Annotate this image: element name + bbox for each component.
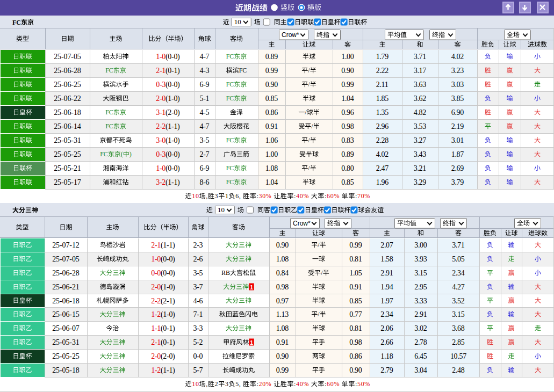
svg-text:(1-1): (1-1) bbox=[166, 178, 180, 187]
svg-text:2-2: 2-2 bbox=[151, 297, 161, 305]
svg-text:0.84: 0.84 bbox=[276, 269, 289, 277]
svg-text:FC: FC bbox=[226, 136, 234, 144]
svg-text:2.11: 2.11 bbox=[376, 81, 388, 89]
svg-text:0.81: 0.81 bbox=[349, 255, 362, 263]
svg-text:2.96: 2.96 bbox=[376, 122, 389, 130]
svg-text:10: 10 bbox=[192, 380, 199, 388]
svg-text:1.00: 1.00 bbox=[265, 150, 278, 158]
svg-text:2-6: 2-6 bbox=[193, 255, 203, 263]
svg-text:(0-0): (0-0) bbox=[161, 255, 175, 264]
svg-text:0.96: 0.96 bbox=[341, 108, 354, 117]
svg-text:2.95: 2.95 bbox=[414, 283, 427, 291]
svg-text:25-05-25: 25-05-25 bbox=[52, 352, 80, 360]
svg-text:8-6: 8-6 bbox=[200, 178, 210, 186]
svg-text:1.08: 1.08 bbox=[276, 255, 289, 263]
svg-text:3.52: 3.52 bbox=[452, 297, 465, 305]
svg-text:25-05-18: 25-05-18 bbox=[52, 366, 80, 374]
svg-text:0.90: 0.90 bbox=[349, 366, 362, 374]
svg-text:4.82: 4.82 bbox=[414, 108, 427, 117]
svg-text:Crow*: Crow* bbox=[282, 31, 299, 39]
svg-text:0.77: 0.77 bbox=[349, 310, 362, 318]
svg-text:FC: FC bbox=[105, 122, 113, 130]
svg-text:3.00: 3.00 bbox=[414, 241, 427, 249]
svg-text:3.21: 3.21 bbox=[414, 164, 427, 172]
svg-text:0.99: 0.99 bbox=[349, 241, 362, 249]
svg-text:0.89: 0.89 bbox=[341, 150, 354, 158]
svg-text:25-06-14: 25-06-14 bbox=[54, 122, 81, 130]
svg-text:1.08: 1.08 bbox=[265, 164, 278, 172]
svg-text:10: 10 bbox=[218, 206, 225, 214]
svg-text:4-5: 4-5 bbox=[200, 108, 210, 117]
svg-text:1.94: 1.94 bbox=[380, 283, 393, 291]
svg-text:FC: FC bbox=[226, 95, 234, 102]
svg-text:(2-1): (2-1) bbox=[161, 297, 175, 306]
svg-text:RB: RB bbox=[221, 269, 230, 277]
svg-text:0-0: 0-0 bbox=[193, 352, 203, 360]
svg-text:4-7: 4-7 bbox=[200, 53, 210, 61]
svg-text:25-06-18: 25-06-18 bbox=[52, 297, 80, 305]
svg-text:(0-1): (0-1) bbox=[161, 338, 175, 347]
svg-text:4.27: 4.27 bbox=[452, 283, 465, 291]
svg-text:25-06-28: 25-06-28 bbox=[52, 269, 80, 277]
svg-text:0.90: 0.90 bbox=[276, 241, 289, 249]
svg-text:3.03: 3.03 bbox=[451, 81, 464, 89]
svg-text:3.15: 3.15 bbox=[414, 269, 427, 277]
svg-text:6-9: 6-9 bbox=[200, 164, 210, 172]
svg-text:2.91: 2.91 bbox=[414, 310, 427, 318]
svg-text:(1-1): (1-1) bbox=[161, 366, 175, 375]
svg-text:(1-0): (1-0) bbox=[166, 95, 180, 103]
svg-text:3.71: 3.71 bbox=[452, 241, 465, 249]
svg-text:5.05: 5.05 bbox=[452, 255, 465, 263]
svg-text:70%: 70% bbox=[357, 192, 370, 200]
svg-text:0.86: 0.86 bbox=[265, 108, 278, 117]
svg-text:(2-0): (2-0) bbox=[166, 108, 180, 117]
svg-text:(2-0): (2-0) bbox=[161, 352, 175, 361]
svg-text:3.63: 3.63 bbox=[414, 81, 427, 89]
svg-text:(0-1): (0-1) bbox=[166, 67, 180, 75]
svg-text:2-7: 2-7 bbox=[200, 150, 210, 158]
svg-text:FC: FC bbox=[100, 150, 108, 158]
svg-text:FC: FC bbox=[226, 81, 234, 88]
svg-text:3-2: 3-2 bbox=[156, 178, 166, 186]
svg-text:(1-1): (1-1) bbox=[161, 241, 175, 250]
svg-text:(1-0): (1-0) bbox=[166, 136, 180, 145]
svg-text:(0-0): (0-0) bbox=[166, 81, 180, 89]
svg-text:(: ( bbox=[121, 150, 123, 158]
svg-text:25-06-25: 25-06-25 bbox=[54, 81, 81, 89]
svg-text:2.34: 2.34 bbox=[380, 310, 393, 318]
svg-text:2-0: 2-0 bbox=[151, 352, 161, 360]
svg-text:3.27: 3.27 bbox=[414, 136, 427, 144]
svg-text:1.04: 1.04 bbox=[265, 178, 278, 186]
svg-text:2-1: 2-1 bbox=[151, 338, 161, 346]
svg-text:1.58: 1.58 bbox=[380, 255, 393, 263]
svg-text:3.43: 3.43 bbox=[414, 150, 427, 158]
svg-text:3: 3 bbox=[215, 192, 219, 200]
svg-text:4.02: 4.02 bbox=[376, 150, 389, 158]
svg-text:40%: 40% bbox=[296, 380, 309, 388]
svg-text:0.80: 0.80 bbox=[341, 164, 354, 172]
svg-text:3.85: 3.85 bbox=[451, 95, 464, 103]
svg-text:25-05-25: 25-05-25 bbox=[54, 150, 81, 158]
svg-text:2-2: 2-2 bbox=[156, 122, 166, 130]
svg-text:(0-0): (0-0) bbox=[166, 150, 180, 159]
svg-text:FC: FC bbox=[239, 67, 247, 74]
svg-text:1.04: 1.04 bbox=[341, 95, 354, 103]
svg-text:FC: FC bbox=[226, 164, 234, 172]
svg-text:,: , bbox=[206, 380, 208, 388]
svg-text:0.97: 0.97 bbox=[276, 297, 289, 305]
svg-text:2.47: 2.47 bbox=[376, 164, 389, 172]
svg-text:60%: 60% bbox=[327, 380, 340, 388]
svg-text:3-0: 3-0 bbox=[156, 136, 166, 144]
svg-text:25-06-21: 25-06-21 bbox=[52, 283, 80, 291]
svg-text:2.78: 2.78 bbox=[414, 338, 427, 346]
svg-text:2-0: 2-0 bbox=[156, 95, 166, 103]
svg-text:25-06-28: 25-06-28 bbox=[54, 67, 81, 75]
svg-text:25-05-21: 25-05-21 bbox=[54, 164, 81, 172]
svg-text:4-6: 4-6 bbox=[193, 297, 203, 305]
svg-text:3.53: 3.53 bbox=[414, 122, 427, 130]
svg-text:1.13: 1.13 bbox=[276, 310, 289, 318]
svg-text:20%: 20% bbox=[259, 380, 272, 388]
svg-text:40%: 40% bbox=[296, 192, 309, 200]
svg-text:2: 2 bbox=[215, 380, 219, 388]
svg-text:2-1: 2-1 bbox=[151, 241, 161, 249]
